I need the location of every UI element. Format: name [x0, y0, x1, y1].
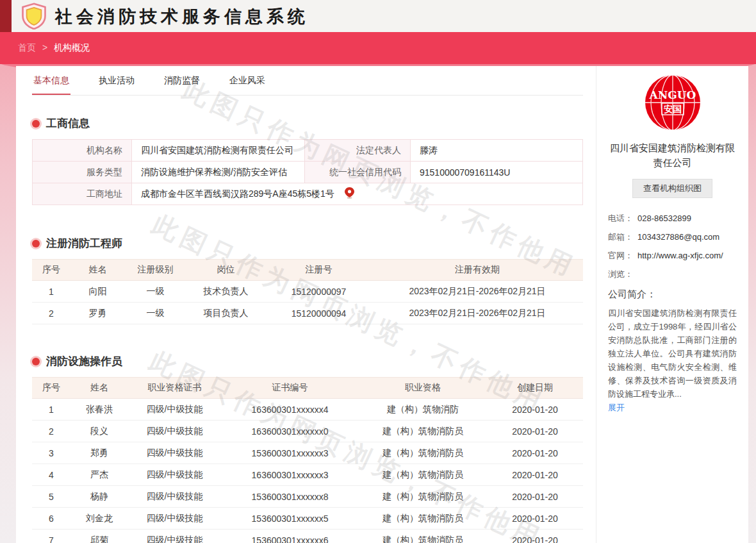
cell-qualification: 建（构）筑物消防员: [359, 508, 487, 530]
cell-name: 杨静: [70, 486, 128, 508]
table-row: 5杨静四级/中级技能153600301xxxxxx8建（构）筑物消防员2020-…: [32, 486, 583, 508]
breadcrumb: 首页 > 机构概况: [18, 42, 90, 54]
business-info-section-head: 工商信息: [32, 116, 583, 131]
banner: 首页 > 机构概况: [0, 32, 756, 64]
company-intro-title: 公司简介：: [608, 288, 737, 301]
content-panel: 基本信息 执业活动 消防监督 企业风采 工商信息 机构名称 四川省安国建筑消防检…: [16, 66, 748, 543]
bullet-dot-icon: [32, 358, 40, 365]
legal-rep-label: 法定代表人: [305, 140, 411, 162]
cell-position: 项目负责人: [186, 303, 266, 324]
cell-name: 段义: [70, 421, 128, 442]
col-cert-number: 证书编号: [221, 378, 359, 399]
cell-qualification: 建（构）筑物消防员: [359, 442, 487, 464]
cell-create-date: 2020-01-20: [487, 486, 583, 508]
view-org-chart-button[interactable]: 查看机构组织图: [632, 179, 712, 198]
credit-code-label: 统一社会信用代码: [305, 162, 411, 183]
cell-name: 罗勇: [70, 303, 125, 324]
tab-basic-info[interactable]: 基本信息: [32, 75, 70, 95]
tab-practice-activity[interactable]: 执业活动: [97, 75, 136, 95]
address-cell: 成都市金牛区羊西线蜀汉路289号A座45栋5楼1号: [132, 183, 583, 205]
company-logo-icon: ANGUO 安国: [645, 75, 700, 130]
address-value: 成都市金牛区羊西线蜀汉路289号A座45栋5楼1号: [141, 188, 334, 199]
operators-table: 序号 姓名 职业资格证书 证书编号 职业资格 创建日期 1张春洪四级/中级技能1…: [32, 377, 583, 543]
table-header-row: 序号 姓名 职业资格证书 证书编号 职业资格 创建日期: [32, 378, 583, 399]
cell-index: 1: [32, 281, 70, 303]
app-header: 社会消防技术服务信息系统: [0, 0, 756, 32]
breadcrumb-home-link[interactable]: 首页: [18, 42, 36, 53]
website-link[interactable]: http://www.ag-xfjc.com/: [637, 249, 723, 262]
cell-name: 刘金龙: [70, 508, 128, 530]
cell-index: 6: [32, 508, 70, 530]
cell-create-date: 2020-01-20: [487, 530, 583, 543]
table-row: 1张春洪四级/中级技能163600301xxxxxx4建（构）筑物消防2020-…: [32, 399, 583, 421]
col-qualification: 职业资格: [359, 378, 487, 399]
table-row: 机构名称 四川省安国建筑消防检测有限责任公司 法定代表人 滕涛: [33, 140, 583, 162]
cell-create-date: 2020-01-20: [487, 442, 583, 464]
website-label: 官网：: [608, 249, 637, 262]
website-row: 官网： http://www.ag-xfjc.com/: [608, 249, 737, 262]
cell-reg-validity: 2023年02月21日-2026年02月21日: [372, 281, 583, 303]
email-row: 邮箱： 1034327886@qq.com: [608, 231, 737, 244]
cell-cert-level: 四级/中级技能: [128, 442, 221, 464]
col-reg-level: 注册级别: [125, 260, 186, 281]
bullet-dot-icon: [32, 240, 40, 247]
logo-text-cn: 安国: [664, 104, 682, 114]
table-header-row: 序号 姓名 注册级别 岗位 注册号 注册有效期: [32, 260, 583, 281]
col-reg-validity: 注册有效期: [372, 260, 583, 281]
table-row: 2 罗勇 一级 项目负责人 15120000094 2023年02月21日-20…: [32, 303, 583, 324]
cell-cert-number: 153600301xxxxxx6: [221, 530, 359, 543]
map-pin-icon[interactable]: [345, 187, 354, 201]
operators-title: 消防设施操作员: [46, 354, 122, 369]
engineers-section-head: 注册消防工程师: [32, 236, 583, 251]
cell-cert-level: 四级/中级技能: [128, 508, 221, 530]
cell-cert-level: 四级/中级技能: [128, 486, 221, 508]
cell-index: 5: [32, 486, 70, 508]
col-reg-number: 注册号: [266, 260, 372, 281]
shield-logo-icon: [21, 3, 47, 29]
table-row: 3郑勇四级/中级技能153600301xxxxxx3建（构）筑物消防员2020-…: [32, 442, 583, 464]
page-title: 社会消防技术服务信息系统: [55, 5, 309, 28]
legal-rep-value: 滕涛: [411, 140, 583, 162]
cell-index: 3: [32, 442, 70, 464]
cell-reg-number: 15120000094: [266, 303, 372, 324]
cell-cert-level: 四级/中级技能: [128, 530, 221, 543]
bullet-dot-icon: [32, 120, 40, 128]
cell-name: 张春洪: [70, 399, 128, 421]
cell-name: 向阳: [70, 281, 125, 303]
col-create-date: 创建日期: [487, 378, 583, 399]
cell-cert-number: 153600301xxxxxx3: [221, 442, 359, 464]
table-row: 服务类型 消防设施维护保养检测/消防安全评估 统一社会信用代码 91510000…: [33, 162, 583, 183]
cell-create-date: 2020-01-20: [487, 421, 583, 442]
col-name: 姓名: [70, 378, 128, 399]
tab-company-showcase[interactable]: 企业风采: [228, 75, 267, 95]
logo-text-en: ANGUO: [648, 88, 696, 101]
cell-cert-number: 153600301xxxxxx8: [221, 486, 359, 508]
cell-cert-number: 153600301xxxxxx5: [221, 508, 359, 530]
table-row: 工商地址 成都市金牛区羊西线蜀汉路289号A座45栋5楼1号: [33, 183, 583, 205]
cell-index: 2: [32, 421, 70, 442]
table-row: 4严杰四级/中级技能163600301xxxxxx3建（构）筑物消防员2020-…: [32, 464, 583, 486]
col-position: 岗位: [186, 260, 266, 281]
cell-cert-level: 四级/中级技能: [128, 464, 221, 486]
cell-qualification: 建（构）筑物消防员: [359, 486, 487, 508]
contact-info: 电话： 028-86532899 邮箱： 1034327886@qq.com 官…: [608, 212, 737, 281]
credit-code-value: 91510000709161143U: [411, 162, 583, 183]
org-name-value: 四川省安国建筑消防检测有限责任公司: [132, 140, 305, 162]
sidebar: ANGUO 安国 四川省安国建筑消防检测有限责任公司 查看机构组织图 电话： 0…: [596, 66, 748, 543]
sidebar-company-name: 四川省安国建筑消防检测有限责任公司: [608, 140, 737, 171]
service-type-value: 消防设施维护保养检测/消防安全评估: [132, 162, 305, 183]
cell-index: 2: [32, 303, 70, 324]
cell-name: 郑勇: [70, 442, 128, 464]
cell-cert-level: 四级/中级技能: [128, 421, 221, 442]
views-row: 浏览：: [608, 268, 737, 281]
table-row: 7邱菊四级/中级技能153600301xxxxxx6建（构）筑物消防员2020-…: [32, 530, 583, 543]
breadcrumb-separator: >: [42, 42, 47, 53]
expand-link[interactable]: 展开: [608, 402, 625, 414]
cell-name: 严杰: [70, 464, 128, 486]
business-info-title: 工商信息: [46, 116, 90, 131]
business-info-table: 机构名称 四川省安国建筑消防检测有限责任公司 法定代表人 滕涛 服务类型 消防设…: [32, 139, 583, 205]
corner-decoration: [0, 0, 12, 32]
tab-fire-supervision[interactable]: 消防监督: [163, 75, 201, 95]
cell-cert-level: 四级/中级技能: [128, 399, 221, 421]
table-row: 1 向阳 一级 技术负责人 15120000097 2023年02月21日-20…: [32, 281, 583, 303]
